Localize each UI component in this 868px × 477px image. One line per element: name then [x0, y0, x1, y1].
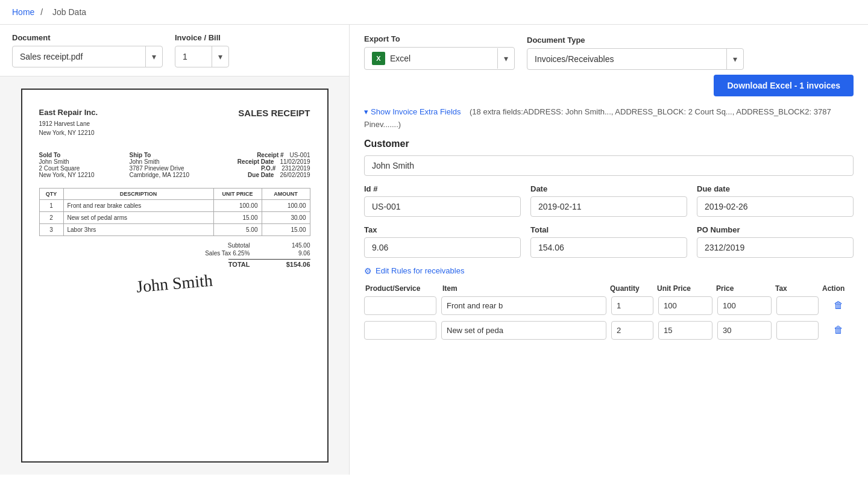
date-input[interactable]	[530, 196, 687, 217]
delete-line-button-1[interactable]: 🗑	[823, 325, 854, 335]
line-qty-0[interactable]	[611, 296, 653, 315]
sold-to-addr1: 2 Court Square	[39, 165, 130, 172]
delete-line-button-0[interactable]: 🗑	[823, 300, 854, 311]
document-select-arrow[interactable]: ▾	[146, 52, 162, 61]
po-label-field: PO Number	[697, 225, 854, 234]
po-input[interactable]	[697, 237, 854, 258]
ship-to-label: Ship To	[130, 152, 220, 158]
edit-rules-label: Edit Rules for receivables	[376, 266, 464, 275]
line-item-0[interactable]	[441, 296, 606, 315]
invoice-paper: East Repair Inc. 1912 Harvest Lane New Y…	[21, 89, 329, 463]
sold-to-addr2: New York, NY 12210	[39, 172, 130, 178]
receipt-num-value: US-001	[290, 152, 310, 158]
item-qty: 1	[39, 200, 63, 212]
invoice-select-value: 1	[175, 48, 212, 66]
export-to-label: Export To	[364, 34, 515, 43]
list-item: 🗑	[364, 296, 854, 315]
line-price-0[interactable]	[717, 296, 772, 315]
due-date-value: 26/02/2019	[280, 172, 310, 178]
receipt-date-value: 11/02/2019	[280, 158, 310, 165]
table-row: 2 New set of pedal arms 15.00 30.00	[39, 212, 310, 224]
line-items-header: Product/Service Item Quantity Unit Price…	[364, 284, 854, 293]
invoice-select-arrow[interactable]: ▾	[212, 52, 228, 61]
line-header-item: Item	[442, 284, 605, 293]
po-field: PO Number	[697, 225, 854, 258]
customer-field	[364, 155, 854, 176]
total-row: TOTAL $154.06	[228, 259, 310, 268]
tax-input[interactable]	[364, 237, 521, 258]
line-items-container: 🗑 🗑	[364, 296, 854, 340]
po-value: 2312/2019	[281, 165, 310, 172]
item-unit-price: 5.00	[213, 224, 262, 236]
ship-to-addr1: 3787 Pineview Drive	[130, 165, 220, 172]
item-unit-price: 15.00	[213, 212, 262, 224]
total-label-field: Total	[530, 225, 687, 234]
po-label: P.O.#	[261, 165, 275, 172]
invoice-select[interactable]: 1 ▾	[175, 46, 229, 67]
doc-type-label: Document Type	[527, 36, 744, 45]
item-amount: 15.00	[262, 224, 310, 236]
due-date-input[interactable]	[697, 196, 854, 217]
item-desc: Labor 3hrs	[63, 224, 213, 236]
bill-section: Sold To John Smith 2 Court Square New Yo…	[39, 152, 310, 178]
left-toolbar: Document Sales receipt.pdf ▾ Invoice / B…	[0, 25, 349, 76]
receipt-title: SALES RECEIPT	[238, 108, 310, 137]
receipt-date-label: Receipt Date	[237, 158, 274, 165]
line-price-1[interactable]	[717, 321, 772, 340]
right-panel: Export To X Excel ▾ Document Type Invoic…	[350, 25, 868, 475]
export-to-select[interactable]: X Excel ▾	[364, 47, 515, 70]
due-date-label: Due date	[697, 184, 854, 193]
tax-value: 9.06	[274, 250, 310, 257]
company-address-line1: 1912 Harvest Lane	[39, 119, 98, 128]
subtotal-label: Subtotal	[228, 242, 250, 249]
item-qty: 3	[39, 224, 63, 236]
date-field: Date	[530, 184, 687, 217]
right-toolbar: Export To X Excel ▾ Document Type Invoic…	[364, 34, 854, 70]
export-select-arrow[interactable]: ▾	[498, 54, 514, 63]
item-qty: 2	[39, 212, 63, 224]
tax-label: Sales Tax 6.25%	[205, 250, 250, 257]
extra-fields-toggle[interactable]: ▾ Show Invoice Extra Fields	[364, 106, 461, 119]
item-desc: Front and rear brake cables	[63, 200, 213, 212]
line-unit-price-0[interactable]	[658, 296, 712, 315]
ship-to-name: John Smith	[130, 158, 220, 165]
document-select-value: Sales receipt.pdf	[13, 48, 145, 66]
line-tax-1[interactable]	[776, 321, 819, 340]
company-address: 1912 Harvest Lane New York, NY 12210	[39, 119, 98, 137]
table-row: 3 Labor 3hrs 5.00 15.00	[39, 224, 310, 236]
sold-to-label: Sold To	[39, 152, 130, 158]
doc-type-select[interactable]: Invoices/Receivables ▾	[527, 48, 744, 70]
item-unit-price: 100.00	[213, 200, 262, 212]
signature-area: John Smith	[39, 274, 310, 293]
line-item-1[interactable]	[441, 321, 606, 340]
tax-label-field: Tax	[364, 225, 521, 234]
line-header-tax: Tax	[775, 284, 817, 293]
tax-total-po-row: Tax Total PO Number	[364, 225, 854, 258]
line-unit-price-1[interactable]	[658, 321, 712, 340]
download-excel-button[interactable]: Download Excel - 1 invoices	[714, 75, 854, 96]
edit-rules-row[interactable]: ⚙ Edit Rules for receivables	[364, 266, 854, 276]
total-input[interactable]	[530, 237, 687, 258]
col-amount: AMOUNT	[262, 189, 310, 200]
line-product-0[interactable]	[364, 296, 436, 315]
id-input[interactable]	[364, 196, 521, 217]
customer-input[interactable]	[364, 155, 854, 176]
sold-to-name: John Smith	[39, 158, 130, 165]
breadcrumb-current: Job Data	[52, 7, 86, 17]
document-label: Document	[12, 33, 163, 42]
line-tax-0[interactable]	[776, 296, 819, 315]
doc-type-arrow[interactable]: ▾	[727, 54, 743, 64]
line-header-product: Product/Service	[365, 284, 438, 293]
line-header-action: Action	[822, 284, 852, 293]
meta-col: Receipt # US-001 Receipt Date 11/02/2019…	[220, 152, 310, 178]
meta-due-date: Due Date 26/02/2019	[220, 172, 310, 178]
invoice-paper-header: East Repair Inc. 1912 Harvest Lane New Y…	[39, 108, 310, 137]
total-value: $154.06	[274, 261, 310, 268]
document-select[interactable]: Sales receipt.pdf ▾	[12, 46, 163, 67]
breadcrumb: Home / Job Data	[0, 0, 868, 25]
extra-fields-row: ▾ Show Invoice Extra Fields (18 extra fi…	[364, 106, 854, 131]
line-product-1[interactable]	[364, 321, 436, 340]
doc-preview-area: East Repair Inc. 1912 Harvest Lane New Y…	[0, 76, 349, 475]
line-qty-1[interactable]	[611, 321, 653, 340]
breadcrumb-home[interactable]: Home	[12, 7, 34, 17]
